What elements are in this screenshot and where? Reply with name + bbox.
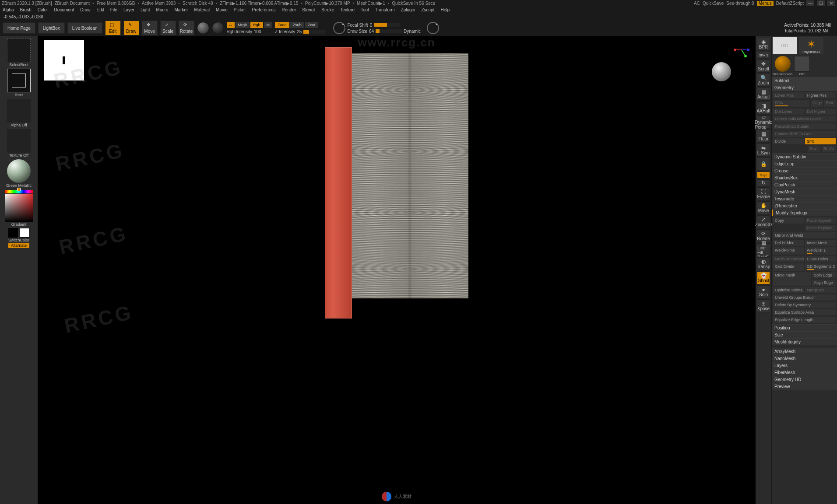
convert-bpr-button[interactable]: Convert BPR To Geo xyxy=(773,130,836,137)
color-swatch-white[interactable] xyxy=(20,228,29,238)
claypolish-header[interactable]: ClayPolish xyxy=(772,182,837,188)
material-sphere[interactable] xyxy=(7,159,31,183)
menu-help[interactable]: Help xyxy=(440,7,450,12)
menu-alpha[interactable]: Alpha xyxy=(3,7,14,12)
alpha-thumb[interactable] xyxy=(7,99,31,122)
polyf-button[interactable]: ▦Line Fill PolyF xyxy=(757,243,770,256)
meshintegrity-header[interactable]: MeshIntegrity xyxy=(772,339,837,345)
draw-button[interactable]: ✎Draw xyxy=(123,21,139,35)
cage-button[interactable]: Cage xyxy=(810,99,823,108)
simplebrush-sphere[interactable] xyxy=(775,56,791,72)
higher-res-button[interactable]: Higher Res xyxy=(805,92,836,99)
alternate-button[interactable]: Alternate xyxy=(8,243,29,248)
align-edge-button[interactable]: Align Edge xyxy=(812,279,836,286)
reuv-button[interactable]: ReUV xyxy=(821,145,836,152)
actual-button[interactable]: ▦Actual xyxy=(757,88,770,101)
mode-rgb[interactable]: Rgb xyxy=(250,22,263,28)
menu-draw[interactable]: Draw xyxy=(80,7,90,12)
edit-button[interactable]: ⬚Edit xyxy=(105,21,121,35)
color-swatch-black[interactable] xyxy=(8,228,18,238)
dynamic-ring-icon[interactable] xyxy=(427,22,439,34)
scale-button[interactable]: ⤢Scale xyxy=(160,21,176,35)
canvas[interactable]: www.rrcg.cn RRCG RRCG RRCG RRCG RRCG RRC… xyxy=(38,36,756,504)
spix-slider[interactable]: SPix 3 xyxy=(757,52,770,59)
move3d-button[interactable]: ✋Move xyxy=(757,201,770,214)
quicksave-button[interactable]: QuickSave xyxy=(703,1,724,6)
menu-zplugin[interactable]: Zplugin xyxy=(401,7,415,12)
menu-light[interactable]: Light xyxy=(141,7,150,12)
mode-zcut[interactable]: Zcut xyxy=(305,22,318,28)
mergetris-button[interactable]: MergeTris xyxy=(805,287,836,294)
transp-button[interactable]: ◐Transp xyxy=(757,257,770,270)
mirror-weld-button[interactable]: Mirror And Weld xyxy=(773,232,836,239)
move-button[interactable]: ✥Move xyxy=(142,21,158,35)
dynamic-label[interactable]: Dynamic xyxy=(404,29,421,34)
ghost-button[interactable]: 👻Ghost xyxy=(757,271,770,284)
menu-brush[interactable]: Brush xyxy=(20,7,32,12)
menu-marker[interactable]: Marker xyxy=(174,7,188,12)
dynamesh-header[interactable]: DynaMesh xyxy=(772,189,837,195)
zoom3d-button[interactable]: ⤢Zoom3D xyxy=(757,215,770,228)
menu-tool[interactable]: Tool xyxy=(361,7,369,12)
secondary-color-swatch[interactable] xyxy=(17,188,21,191)
lightbox-button[interactable]: LightBox xyxy=(38,22,65,34)
rstr-button[interactable]: Rstr xyxy=(824,99,836,108)
menu-zscript[interactable]: Zscript xyxy=(421,7,434,12)
gd-segments-slider[interactable]: GD Segments 3 xyxy=(805,263,836,271)
preview-header[interactable]: Preview xyxy=(772,383,837,390)
axis-gizmo[interactable] xyxy=(734,42,749,58)
scroll-button[interactable]: ✥Scroll xyxy=(757,60,770,73)
menu-edit[interactable]: Edit xyxy=(97,7,104,12)
zoom-button[interactable]: 🔍Zoom xyxy=(757,74,770,87)
menu-transform[interactable]: Transform xyxy=(375,7,394,12)
menu-render[interactable]: Render xyxy=(282,7,296,12)
minimize-icon[interactable]: — xyxy=(806,0,814,6)
grid-divide-button[interactable]: Grid Divide xyxy=(773,263,804,271)
del-higher-button[interactable]: Del Higher xyxy=(805,108,836,115)
unweld-button[interactable]: Unweld Groups Border xyxy=(773,294,836,301)
seethrough-slider[interactable]: See-through 0 xyxy=(726,1,754,6)
sdiv-slider[interactable]: SDiv xyxy=(773,99,810,108)
tessimate-header[interactable]: Tessimate xyxy=(772,196,837,202)
xpose-button[interactable]: ⊞Xpose xyxy=(757,299,770,312)
copy-button[interactable]: Copy xyxy=(773,217,804,224)
bpr-button[interactable]: ◉BPR xyxy=(757,38,770,51)
menu-stencil[interactable]: Stencil xyxy=(302,7,315,12)
menu-document[interactable]: Document xyxy=(54,7,74,12)
gizmo-sphere-a[interactable] xyxy=(197,22,209,34)
mode-m[interactable]: M xyxy=(264,22,273,28)
lsym-button[interactable]: ⇋L.Sym xyxy=(757,144,770,157)
brush-tile[interactable] xyxy=(794,56,810,72)
solo-button[interactable]: ●Solo xyxy=(757,285,770,298)
mode-mrgb[interactable]: Mrgb xyxy=(236,22,250,28)
floor-button[interactable]: ▦Floor xyxy=(757,130,770,143)
menu-picker[interactable]: Picker xyxy=(234,7,246,12)
menu-layer[interactable]: Layer xyxy=(123,7,134,12)
polymesh3d-thumb[interactable]: ✶PolyMesh3D xyxy=(799,37,823,54)
del-hidden-button[interactable]: Del Hidden xyxy=(773,239,804,246)
nav-sphere[interactable] xyxy=(712,62,731,81)
modify-topology-header[interactable]: Modify Topology xyxy=(772,210,837,216)
stroke-thumb[interactable] xyxy=(7,38,31,62)
layers-header[interactable]: Layers xyxy=(772,362,837,369)
close-holes-button[interactable]: Close Holes xyxy=(805,256,836,262)
edgeloop-header[interactable]: EdgeLoop xyxy=(772,161,837,167)
zremesher-header[interactable]: ZRemesher xyxy=(772,203,837,209)
cloth-mesh[interactable] xyxy=(351,53,468,298)
welddist-slider[interactable]: WeldDist 1 xyxy=(805,247,836,255)
menu-preferences[interactable]: Preferences xyxy=(252,7,276,12)
red-strip-object[interactable] xyxy=(325,47,352,318)
menu-movie[interactable]: Movie xyxy=(216,7,228,12)
shadowbox-header[interactable]: ShadowBox xyxy=(772,175,837,181)
freeze-subdiv-button[interactable]: Freeze SubDivision Levels xyxy=(773,116,836,122)
menu-texture[interactable]: Texture xyxy=(340,7,355,12)
position-header[interactable]: Position xyxy=(772,325,837,331)
delete-by-symmetry-button[interactable]: Delete By Symmetry xyxy=(773,301,836,308)
gizmo-sphere-b[interactable] xyxy=(212,22,224,34)
menu-stroke[interactable]: Stroke xyxy=(321,7,334,12)
rotate-button[interactable]: ⟳Rotate xyxy=(179,21,194,35)
paste-append-button[interactable]: Paste Append xyxy=(805,217,836,224)
mode-a[interactable]: A xyxy=(227,22,235,28)
tool-thumb-active[interactable]: 001 xyxy=(773,37,797,54)
geometryhd-header[interactable]: Geometry HD xyxy=(772,376,837,383)
